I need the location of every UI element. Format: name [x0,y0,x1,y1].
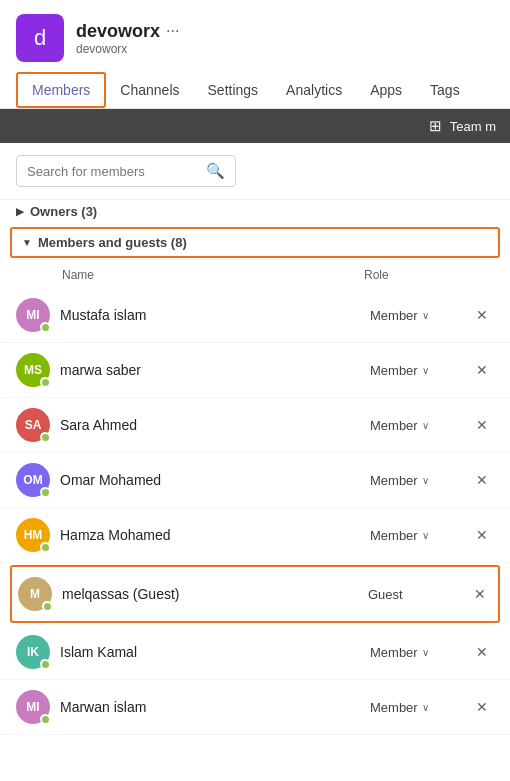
tab-channels[interactable]: Channels [106,74,193,106]
member-row: MI Mustafa islam Member ∨ ✕ [0,288,510,343]
member-role: Member ∨ [370,418,460,433]
tab-tags[interactable]: Tags [416,74,474,106]
member-avatar: MI [16,690,50,724]
member-row: SA Sara Ahmed Member ∨ ✕ [0,398,510,453]
remove-member-button[interactable]: ✕ [470,360,494,380]
team-subtitle: devoworx [76,42,179,56]
search-area: 🔍 [0,143,510,200]
member-name: Omar Mohamed [60,472,360,488]
owners-section-header[interactable]: ▶ Owners (3) [0,200,510,223]
nav-tabs: Members Channels Settings Analytics Apps… [0,72,510,109]
avatar-initials: M [30,587,40,601]
role-chevron-icon[interactable]: ∨ [422,702,429,713]
search-input[interactable] [27,164,198,179]
member-name: Islam Kamal [60,644,360,660]
members-chevron-icon: ▼ [22,237,32,248]
remove-member-button[interactable]: ✕ [470,697,494,717]
member-name: melqassas (Guest) [62,586,358,602]
avatar-initials: OM [23,473,42,487]
role-chevron-icon[interactable]: ∨ [422,420,429,431]
member-role: Guest [368,587,458,602]
avatar-status-icon [40,432,50,442]
member-name: Mustafa islam [60,307,360,323]
tab-settings[interactable]: Settings [194,74,273,106]
role-chevron-icon[interactable]: ∨ [422,365,429,376]
member-role: Member ∨ [370,363,460,378]
role-chevron-icon[interactable]: ∨ [422,310,429,321]
member-avatar: MI [16,298,50,332]
team-name: devoworx [76,21,160,42]
member-role: Member ∨ [370,308,460,323]
team-management-label: Team m [450,119,496,134]
avatar-initials: MI [26,308,39,322]
remove-member-button[interactable]: ✕ [470,470,494,490]
member-row: OM Omar Mohamed Member ∨ ✕ [0,453,510,508]
remove-member-button[interactable]: ✕ [470,642,494,662]
search-box[interactable]: 🔍 [16,155,236,187]
remove-member-button[interactable]: ✕ [470,415,494,435]
member-row: MI Marwan islam Member ∨ ✕ [0,680,510,735]
owners-chevron-icon: ▶ [16,206,24,217]
search-icon: 🔍 [206,162,225,180]
member-avatar: MS [16,353,50,387]
remove-member-button[interactable]: ✕ [470,305,494,325]
members-list: MI Mustafa islam Member ∨ ✕ MS marwa sab… [0,288,510,735]
avatar-status-icon [40,377,50,387]
app-header: d devoworx ··· devoworx [0,0,510,72]
role-chevron-icon[interactable]: ∨ [422,530,429,541]
member-name: Sara Ahmed [60,417,360,433]
avatar-initials: HM [24,528,43,542]
member-row: HM Hamza Mohamed Member ∨ ✕ [0,508,510,563]
member-row: MS marwa saber Member ∨ ✕ [0,343,510,398]
table-header: Name Role [0,262,510,288]
member-row: IK Islam Kamal Member ∨ ✕ [0,625,510,680]
members-section-header[interactable]: ▼ Members and guests (8) [10,227,500,258]
member-role: Member ∨ [370,645,460,660]
header-text: devoworx ··· devoworx [76,21,179,56]
avatar-status-icon [40,714,50,724]
owners-label: Owners (3) [30,204,97,219]
avatar-status-icon [40,542,50,552]
avatar-initials: IK [27,645,39,659]
role-chevron-icon[interactable]: ∨ [422,647,429,658]
member-role: Member ∨ [370,473,460,488]
member-avatar: SA [16,408,50,442]
team-management-bar: ⊞ Team m [0,109,510,143]
role-chevron-icon[interactable]: ∨ [422,475,429,486]
avatar-status-icon [40,659,50,669]
member-name: Hamza Mohamed [60,527,360,543]
member-name: marwa saber [60,362,360,378]
col-header-name: Name [16,268,364,282]
avatar-initials: MI [26,700,39,714]
team-logo: d [16,14,64,62]
member-avatar: OM [16,463,50,497]
avatar-initials: MS [24,363,42,377]
remove-member-button[interactable]: ✕ [468,584,492,604]
member-avatar: IK [16,635,50,669]
member-avatar: HM [16,518,50,552]
avatar-initials: SA [25,418,42,432]
avatar-status-icon [40,487,50,497]
more-icon[interactable]: ··· [166,22,179,40]
avatar-status-icon [40,322,50,332]
avatar-status-icon [42,601,52,611]
tab-members[interactable]: Members [16,72,106,108]
remove-member-button[interactable]: ✕ [470,525,494,545]
member-row: M melqassas (Guest) Guest ✕ [10,565,500,623]
member-role: Member ∨ [370,700,460,715]
team-management-icon: ⊞ [429,117,442,135]
tab-apps[interactable]: Apps [356,74,416,106]
member-role: Member ∨ [370,528,460,543]
member-name: Marwan islam [60,699,360,715]
tab-analytics[interactable]: Analytics [272,74,356,106]
member-avatar: M [18,577,52,611]
members-label: Members and guests (8) [38,235,187,250]
col-header-role: Role [364,268,494,282]
